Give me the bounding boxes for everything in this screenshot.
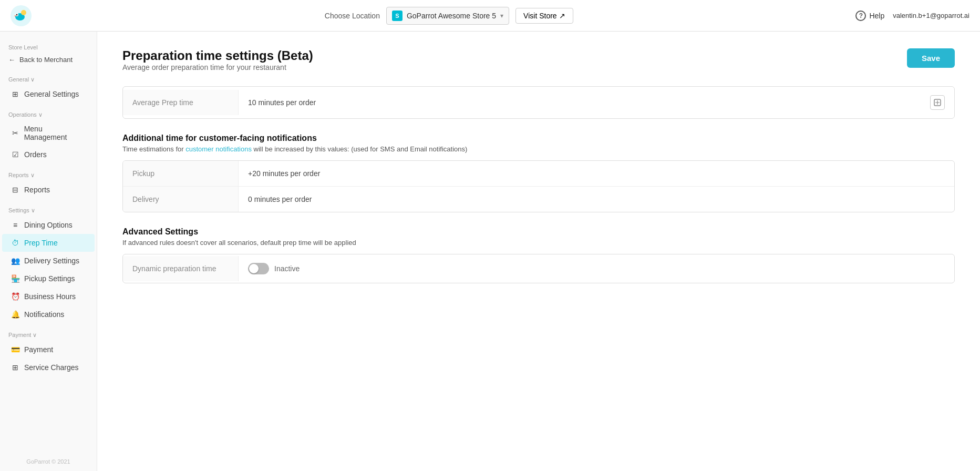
general-settings-label: General Settings (24, 90, 79, 98)
delivery-label: Delivery (123, 187, 239, 212)
location-icon: S (392, 11, 403, 21)
back-to-merchant-label: Back to Merchant (19, 56, 73, 64)
app-body: Store Level ← Back to Merchant General ∨… (0, 32, 980, 471)
delivery-value-text: 0 minutes per order (248, 195, 312, 203)
orders-label: Orders (24, 150, 47, 159)
prep-time-label: Prep Time (24, 239, 58, 247)
sidebar-item-prep-time[interactable]: ⏱ Prep Time (2, 234, 95, 252)
dynamic-prep-value: Inactive (239, 254, 954, 283)
advanced-section: Advanced Settings If advanced rules does… (122, 227, 955, 283)
sidebar-item-delivery-settings[interactable]: 👥 Delivery Settings (2, 252, 95, 270)
store-level-label: Store Level (0, 40, 97, 52)
reports-section-label: Reports ∨ (0, 168, 97, 181)
pickup-value: +20 minutes per order (239, 161, 954, 186)
header-center: Choose Location S GoParrot Awesome Store… (42, 7, 855, 25)
main-content: Preparation time settings (Beta) Average… (97, 32, 980, 471)
service-charges-label: Service Charges (24, 363, 79, 372)
delivery-icon: 👥 (11, 256, 20, 265)
save-button[interactable]: Save (907, 48, 955, 68)
delivery-value: 0 minutes per order (239, 187, 954, 212)
average-prep-value-text: 10 minutes per order (248, 98, 316, 107)
list-icon: ≡ (11, 220, 20, 230)
arrow-left-icon: ← (8, 56, 15, 64)
location-select[interactable]: S GoParrot Awesome Store 5 ▾ (386, 7, 509, 25)
payment-section-label: Payment ∨ (0, 327, 97, 341)
dynamic-prep-row: Dynamic preparation time Inactive (123, 254, 954, 283)
sidebar-item-reports[interactable]: ⊟ Reports (2, 181, 95, 199)
pickup-label: Pickup (123, 161, 239, 186)
clock-icon: ⏱ (11, 238, 20, 248)
section-desc-rest: will be increased by this values: (used … (252, 145, 467, 153)
settings-section-label: Settings ∨ (0, 203, 97, 216)
sidebar-item-service-charges[interactable]: ⊞ Service Charges (2, 359, 95, 376)
grid-icon: ⊞ (11, 89, 20, 99)
sidebar-item-pickup-settings[interactable]: 🏪 Pickup Settings (2, 270, 95, 288)
logo (11, 5, 32, 26)
advanced-section-title: Advanced Settings (122, 227, 955, 237)
pickup-settings-label: Pickup Settings (24, 274, 75, 283)
sidebar-item-general-settings[interactable]: ⊞ General Settings (2, 85, 95, 103)
chevron-down-icon: ▾ (500, 12, 503, 19)
customer-notifications-link[interactable]: customer notifications (185, 145, 252, 153)
section-desc-plain: Time estimations for (122, 145, 185, 153)
location-name: GoParrot Awesome Store 5 (407, 12, 496, 20)
average-prep-value: 10 minutes per order (239, 87, 954, 118)
choose-location-label: Choose Location (325, 12, 380, 20)
toggle-wrap: Inactive (248, 263, 300, 274)
delivery-settings-label: Delivery Settings (24, 257, 79, 265)
advanced-card: Dynamic preparation time Inactive (122, 254, 955, 283)
back-to-merchant-item[interactable]: ← Back to Merchant (0, 52, 97, 68)
top-header: Choose Location S GoParrot Awesome Store… (0, 0, 980, 32)
payment-icon: 💳 (11, 345, 20, 354)
svg-point-4 (16, 14, 18, 15)
help-circle-icon: ? (855, 11, 866, 21)
page-title-group: Preparation time settings (Beta) Average… (122, 48, 313, 82)
bell-icon: 🔔 (11, 310, 20, 319)
sidebar-item-notifications[interactable]: 🔔 Notifications (2, 305, 95, 323)
dynamic-prep-label: Dynamic preparation time (123, 256, 239, 281)
sidebar: Store Level ← Back to Merchant General ∨… (0, 32, 97, 471)
notifications-card: Pickup +20 minutes per order Delivery 0 … (122, 160, 955, 212)
page-subtitle: Average order preparation time for your … (122, 63, 313, 71)
sidebar-item-dining-options[interactable]: ≡ Dining Options (2, 216, 95, 234)
help-button[interactable]: ? Help (855, 11, 884, 21)
user-email: valentin.b+1@goparrot.ai (893, 12, 969, 19)
sidebar-footer: GoParrot © 2021 (0, 458, 97, 465)
edit-icon[interactable] (930, 95, 945, 110)
sidebar-item-business-hours[interactable]: ⏰ Business Hours (2, 288, 95, 305)
average-prep-row: Average Prep time 10 minutes per order (123, 87, 954, 118)
help-label: Help (869, 12, 884, 20)
checkbox-icon: ☑ (11, 150, 20, 159)
notifications-section-desc: Time estimations for customer notificati… (122, 145, 955, 153)
sidebar-item-payment[interactable]: 💳 Payment (2, 341, 95, 359)
average-prep-card: Average Prep time 10 minutes per order (122, 86, 955, 119)
table-icon: ⊟ (11, 185, 20, 194)
payment-label: Payment (24, 345, 53, 354)
general-section-label: General ∨ (0, 72, 97, 85)
notifications-section: Additional time for customer-facing noti… (122, 134, 955, 212)
menu-management-label: Menu Management (24, 125, 86, 141)
dining-options-label: Dining Options (24, 221, 73, 229)
business-hours-label: Business Hours (24, 292, 76, 301)
advanced-section-desc: If advanced rules doesn't cover all scen… (122, 239, 955, 247)
svg-point-2 (21, 10, 26, 15)
average-prep-label: Average Prep time (123, 90, 239, 115)
pickup-value-text: +20 minutes per order (248, 169, 320, 178)
page-title: Preparation time settings (Beta) (122, 48, 313, 63)
pickup-icon: 🏪 (11, 274, 20, 283)
header-right: ? Help valentin.b+1@goparrot.ai (855, 11, 969, 21)
toggle-knob (249, 264, 259, 273)
visit-store-button[interactable]: Visit Store ↗ (515, 8, 573, 24)
notifications-section-title: Additional time for customer-facing noti… (122, 134, 955, 143)
sidebar-item-orders[interactable]: ☑ Orders (2, 146, 95, 163)
service-charges-icon: ⊞ (11, 363, 20, 372)
scissors-icon: ✂ (11, 128, 20, 138)
dynamic-prep-toggle[interactable] (248, 263, 269, 274)
operations-section-label: Operations ∨ (0, 107, 97, 120)
notifications-label: Notifications (24, 310, 64, 319)
sidebar-item-menu-management[interactable]: ✂ Menu Management (2, 120, 95, 146)
toggle-status: Inactive (274, 264, 300, 273)
page-header: Preparation time settings (Beta) Average… (122, 48, 955, 82)
delivery-row: Delivery 0 minutes per order (123, 187, 954, 212)
pickup-row: Pickup +20 minutes per order (123, 161, 954, 187)
